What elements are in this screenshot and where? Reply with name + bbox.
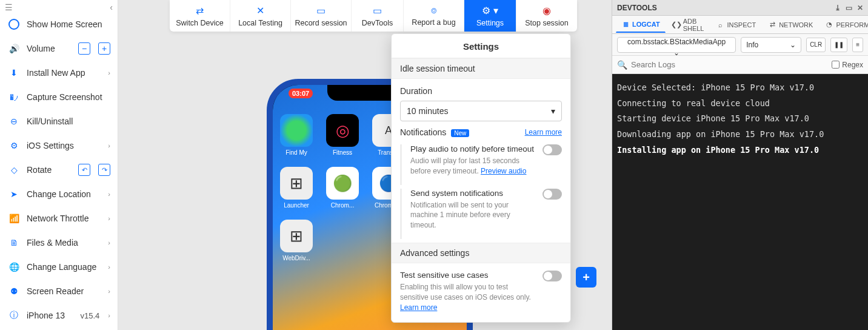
idle-timeout-header: Idle session timeout — [392, 58, 570, 79]
level-filter-select[interactable]: Info⌄ — [741, 37, 801, 53]
sidebar-item-volume[interactable]: 🔊 Volume − + — [0, 36, 118, 61]
sidebar-item-device[interactable]: ⓘ iPhone 13 v15.4 › — [0, 303, 118, 328]
toolbar: ⇄Switch Device ✕Local Testing ▭Record se… — [170, 0, 577, 32]
app-chrome[interactable]: 🟢Chrom... — [326, 167, 359, 209]
minus-circle-icon: ⊖ — [7, 115, 21, 128]
toolbar-local-testing[interactable]: ✕Local Testing — [230, 0, 291, 32]
notif-system-title: Send system notifications — [410, 189, 536, 198]
regex-checkbox[interactable]: Regex — [832, 61, 863, 69]
sidebar-item-label: Screen Reader — [27, 286, 102, 296]
tab-inspect[interactable]: ⌕INSPECT — [710, 17, 761, 33]
gear-icon: ⚙ — [7, 139, 21, 152]
toolbar-settings[interactable]: ⚙ ▾Settings — [464, 0, 516, 32]
devtools-icon: ▭ — [373, 5, 382, 16]
sidebar-item-reader[interactable]: ⚉ Screen Reader › — [0, 279, 118, 303]
search-icon: 🔍 — [617, 60, 627, 70]
sidebar-item-label: iPhone 13 — [27, 311, 75, 320]
advanced-header: Advanced settings — [392, 243, 570, 263]
preview-audio-link[interactable]: Preview audio — [481, 167, 526, 175]
sidebar-item-throttle[interactable]: 📶 Network Throttle › — [0, 206, 118, 231]
notifications-label: Notifications — [400, 127, 446, 137]
chevron-right-icon: › — [108, 142, 110, 149]
toolbar-switch-device[interactable]: ⇄Switch Device — [170, 0, 230, 32]
toolbar-stop[interactable]: ◉Stop session — [516, 0, 577, 32]
adv-learn-more-link[interactable]: Learn more — [400, 303, 437, 312]
toolbar-label: Record session — [295, 19, 347, 27]
gear-icon: ⚙ ▾ — [482, 5, 498, 16]
notif-audio-toggle[interactable] — [542, 144, 562, 155]
log-line: Starting device iPhone 15 Pro Max v17.0 — [617, 111, 863, 127]
toolbar-label: DevTools — [362, 19, 393, 27]
files-icon: 🗎 — [7, 236, 21, 249]
sidebar-item-label: iOS Settings — [27, 141, 102, 150]
close-icon[interactable]: ✕ — [857, 4, 863, 12]
sidebar-item-label: Change Location — [27, 189, 102, 199]
sidebar-item-label: Files & Media — [27, 238, 102, 247]
sidebar-item-label: Network Throttle — [27, 214, 102, 223]
notif-system-toggle[interactable] — [542, 189, 562, 200]
language-icon: 🌐 — [7, 260, 21, 274]
app-filter-select[interactable]: com.bsstack.BStackMediaApp⌄ — [617, 37, 736, 53]
inspect-icon: ⌕ — [716, 21, 724, 29]
chevron-right-icon: › — [108, 239, 110, 246]
duration-select[interactable]: 10 minutes ▾ — [400, 101, 562, 121]
tab-network[interactable]: ⇄NETWORK — [763, 17, 818, 33]
tab-performance[interactable]: ◔PERFORMANCE — [820, 17, 868, 33]
collapse-icon[interactable]: ‹ — [110, 2, 113, 10]
toolbar-label: Stop session — [525, 19, 569, 27]
dock-icon[interactable]: ▭ — [846, 4, 852, 12]
sidebar-item-label: Install New App — [27, 68, 102, 78]
app-launcher[interactable]: ⊞Launcher — [280, 167, 313, 209]
learn-more-link[interactable]: Learn more — [525, 128, 562, 136]
wrap-button[interactable]: ≡ — [852, 38, 863, 52]
chevron-right-icon: › — [108, 263, 110, 271]
app-findmy[interactable]: Find My — [280, 114, 313, 156]
adv-sensitive-toggle[interactable] — [542, 271, 562, 281]
log-line: Downloading app on iPhone 15 Pro Max v17… — [617, 127, 863, 143]
toolbar-devtools[interactable]: ▭DevTools — [352, 0, 404, 32]
toolbar-report-bug[interactable]: ⌾Report a bug — [404, 0, 464, 32]
volume-icon: 🔊 — [7, 42, 21, 55]
device-version: v15.4 — [81, 311, 100, 320]
app-webdriver[interactable]: ⊞WebDriv... — [280, 220, 313, 261]
hamburger-icon[interactable]: ☰ — [5, 2, 13, 10]
sidebar-item-rotate[interactable]: ◇ Rotate ↶ ↷ — [0, 158, 118, 182]
fab-add-button[interactable]: + — [576, 267, 596, 288]
volume-up-button[interactable]: + — [98, 42, 110, 55]
location-icon: ➤ — [7, 187, 21, 201]
sidebar: ☰ ‹ Show Home Screen 🔊 Volume − + ⬇ Inst… — [0, 0, 118, 330]
tab-logcat[interactable]: ≣LOGCAT — [616, 16, 666, 33]
toolbar-label: Switch Device — [176, 19, 224, 27]
info-icon: ⓘ — [7, 309, 21, 322]
sidebar-item-language[interactable]: 🌐 Change Language › — [0, 255, 118, 279]
chevron-right-icon: › — [108, 215, 110, 222]
toolbar-label: Report a bug — [412, 18, 455, 27]
clear-button[interactable]: CLR — [806, 38, 826, 52]
toolbar-record[interactable]: ▭Record session — [291, 0, 352, 32]
chevron-right-icon: › — [108, 288, 110, 295]
sidebar-item-location[interactable]: ➤ Change Location › — [0, 182, 118, 206]
rotate-left-button[interactable]: ↶ — [78, 164, 90, 176]
rotate-right-button[interactable]: ↷ — [98, 164, 110, 176]
tab-adb[interactable]: ❮❯ADB SHELL — [667, 14, 710, 36]
sidebar-item-kill[interactable]: ⊖ Kill/Uninstall — [0, 109, 118, 133]
sidebar-item-home[interactable]: Show Home Screen — [0, 12, 118, 36]
app-fitness[interactable]: ◎Fitness — [326, 114, 359, 156]
device-time-badge: 03:07 — [289, 89, 313, 98]
log-line: Connecting to real device cloud — [617, 96, 863, 112]
rotate-icon: ◇ — [7, 163, 21, 177]
camera-icon: �⵰ — [7, 90, 21, 104]
swap-icon: ⇄ — [196, 5, 204, 16]
sidebar-item-ios-settings[interactable]: ⚙ iOS Settings › — [0, 133, 118, 158]
sidebar-item-install[interactable]: ⬇ Install New App › — [0, 61, 118, 85]
stop-icon: ◉ — [542, 5, 551, 16]
pause-button[interactable]: ❚❚ — [830, 38, 847, 52]
sidebar-item-files[interactable]: 🗎 Files & Media › — [0, 231, 118, 255]
devtools-title: DEVTOOLS — [617, 4, 657, 12]
search-logs-input[interactable] — [631, 60, 828, 69]
sidebar-item-screenshot[interactable]: �⵰ Capture Screenshot — [0, 85, 118, 109]
download-icon[interactable]: ⤓ — [835, 4, 841, 12]
download-icon: ⬇ — [7, 66, 21, 79]
log-output[interactable]: Device Selected: iPhone 15 Pro Max v17.0… — [612, 74, 868, 330]
volume-down-button[interactable]: − — [78, 42, 90, 55]
